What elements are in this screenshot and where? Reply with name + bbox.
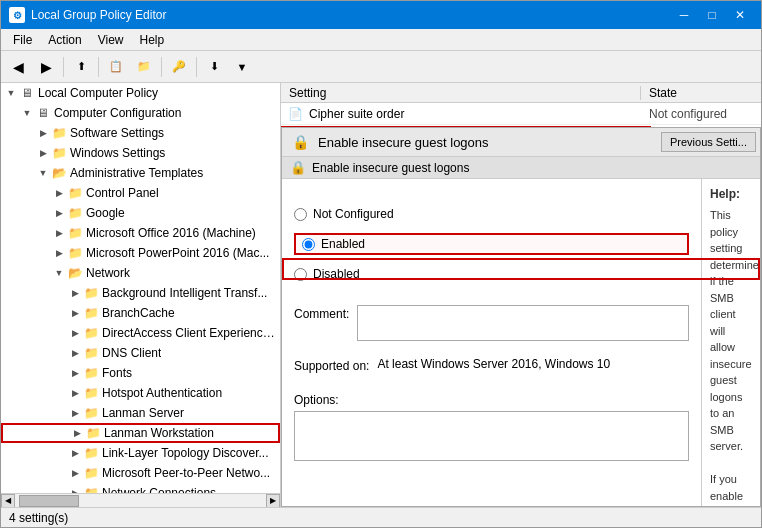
toolbar-forward[interactable]: ▶ xyxy=(33,55,59,79)
toolbar-sep-4 xyxy=(196,57,197,77)
cipher-name: Cipher suite order xyxy=(309,107,641,121)
toolbar-copy[interactable]: 📋 xyxy=(103,55,129,79)
comment-section: Comment: xyxy=(294,305,689,341)
cp-icon: 📁 xyxy=(67,185,83,201)
menu-action[interactable]: Action xyxy=(40,31,89,49)
tree-item-dns[interactable]: ▶ 📁 DNS Client xyxy=(1,343,280,363)
comment-input[interactable] xyxy=(357,305,689,341)
g-expander: ▶ xyxy=(51,205,67,221)
menu-view[interactable]: View xyxy=(90,31,132,49)
tree-item-ms-peer[interactable]: ▶ 📁 Microsoft Peer-to-Peer Netwo... xyxy=(1,463,280,483)
net-icon: 📂 xyxy=(67,265,83,281)
left-panel: ▼ 🖥 Local Computer Policy ▼ 🖥 Computer C… xyxy=(1,83,281,507)
toolbar-filter[interactable]: ▼ xyxy=(229,55,255,79)
toolbar-paste[interactable]: 📁 xyxy=(131,55,157,79)
tree-item-windows-settings[interactable]: ▶ 📁 Windows Settings xyxy=(1,143,280,163)
options-box xyxy=(294,411,689,461)
tree-container[interactable]: ▼ 🖥 Local Computer Policy ▼ 🖥 Computer C… xyxy=(1,83,280,493)
policy-detail-body: Previous Setti... Not Configured Enabled xyxy=(282,179,760,506)
toolbar-key[interactable]: 🔑 xyxy=(166,55,192,79)
tree-item-software-settings[interactable]: ▶ 📁 Software Settings xyxy=(1,123,280,143)
nc-icon: 📁 xyxy=(83,485,99,493)
hscroll-left-btn[interactable]: ◀ xyxy=(1,494,15,508)
header-setting: Setting xyxy=(281,86,641,100)
tree-item-admin-templates[interactable]: ▼ 📂 Administrative Templates xyxy=(1,163,280,183)
toolbar: ◀ ▶ ⬆ 📋 📁 🔑 ⬇ ▼ xyxy=(1,51,761,83)
status-bar: 4 setting(s) xyxy=(1,507,761,527)
right-panel: Setting State 📄 Cipher suite order Not c… xyxy=(281,83,761,507)
settings-row-cipher[interactable]: 📄 Cipher suite order Not configured xyxy=(281,103,761,125)
policy-subtitle-icon: 🔒 xyxy=(290,160,306,175)
tree-item-computer-config[interactable]: ▼ 🖥 Computer Configuration xyxy=(1,103,280,123)
ss-label: Software Settings xyxy=(70,126,164,140)
app-icon: ⚙ xyxy=(9,7,25,23)
supported-value: At least Windows Server 2016, Windows 10 xyxy=(377,357,610,371)
ppt-expander: ▶ xyxy=(51,245,67,261)
tree-item-ms-office[interactable]: ▶ 📁 Microsoft Office 2016 (Machine) xyxy=(1,223,280,243)
tree-root[interactable]: ▼ 🖥 Local Computer Policy xyxy=(1,83,280,103)
nc-expander: ▶ xyxy=(67,485,83,493)
tree-root-label: Local Computer Policy xyxy=(38,86,158,100)
fonts-expander: ▶ xyxy=(67,365,83,381)
cipher-icon: 📄 xyxy=(281,107,309,121)
header-state: State xyxy=(641,86,761,100)
hscroll-thumb[interactable] xyxy=(19,495,79,507)
ll-label: Link-Layer Topology Discover... xyxy=(102,446,269,460)
hscroll-right-btn[interactable]: ▶ xyxy=(266,494,280,508)
tree-item-google[interactable]: ▶ 📁 Google xyxy=(1,203,280,223)
radio-not-configured[interactable]: Not Configured xyxy=(294,203,689,225)
tree-item-link-layer[interactable]: ▶ 📁 Link-Layer Topology Discover... xyxy=(1,443,280,463)
da-icon: 📁 xyxy=(83,325,99,341)
minimize-button[interactable]: ─ xyxy=(671,5,697,25)
tree-item-lanman-workstation[interactable]: ▶ 📁 Lanman Workstation xyxy=(1,423,280,443)
ll-expander: ▶ xyxy=(67,445,83,461)
status-text: 4 setting(s) xyxy=(9,511,68,525)
tree-item-directaccess[interactable]: ▶ 📁 DirectAccess Client Experience... xyxy=(1,323,280,343)
maximize-button[interactable]: □ xyxy=(699,5,725,25)
bc-expander: ▶ xyxy=(67,305,83,321)
tree-item-net-connections[interactable]: ▶ 📁 Network Connections xyxy=(1,483,280,493)
mso-expander: ▶ xyxy=(51,225,67,241)
supported-section: Supported on: At least Windows Server 20… xyxy=(294,357,689,373)
title-bar: ⚙ Local Group Policy Editor ─ □ ✕ xyxy=(1,1,761,29)
close-button[interactable]: ✕ xyxy=(727,5,753,25)
tree-item-control-panel[interactable]: ▶ 📁 Control Panel xyxy=(1,183,280,203)
lw-expander: ▶ xyxy=(69,425,85,441)
tree-item-fonts[interactable]: ▶ 📁 Fonts xyxy=(1,363,280,383)
ws-icon: 📁 xyxy=(51,145,67,161)
toolbar-sep-1 xyxy=(63,57,64,77)
tree-item-lanman-server[interactable]: ▶ 📁 Lanman Server xyxy=(1,403,280,423)
radio-enabled-input[interactable] xyxy=(302,238,315,251)
radio-disabled[interactable]: Disabled xyxy=(294,263,689,285)
tree-hscroll[interactable]: ◀ ▶ xyxy=(1,493,280,507)
radio-enabled[interactable]: Enabled xyxy=(294,233,689,255)
fonts-icon: 📁 xyxy=(83,365,99,381)
da-expander: ▶ xyxy=(67,325,83,341)
radio-not-configured-input[interactable] xyxy=(294,208,307,221)
hs-icon: 📁 xyxy=(83,385,99,401)
policy-options-panel: Previous Setti... Not Configured Enabled xyxy=(282,179,702,506)
radio-group: Not Configured Enabled Disabled xyxy=(294,203,689,285)
menu-help[interactable]: Help xyxy=(132,31,173,49)
mso-icon: 📁 xyxy=(67,225,83,241)
computer-icon: 🖥 xyxy=(19,85,35,101)
toolbar-export[interactable]: ⬇ xyxy=(201,55,227,79)
toolbar-back[interactable]: ◀ xyxy=(5,55,31,79)
da-label: DirectAccess Client Experience... xyxy=(102,326,276,340)
tree-item-branchcache[interactable]: ▶ 📁 BranchCache xyxy=(1,303,280,323)
policy-subtitle-text: Enable insecure guest logons xyxy=(312,161,469,175)
help-text: This policy setting determines if the SM… xyxy=(710,207,752,506)
policy-detail: 🔒 Enable insecure guest logons 🔒 Enable … xyxy=(281,127,761,507)
tree-item-bits[interactable]: ▶ 📁 Background Intelligent Transf... xyxy=(1,283,280,303)
ll-icon: 📁 xyxy=(83,445,99,461)
toolbar-up[interactable]: ⬆ xyxy=(68,55,94,79)
tree-item-ms-ppt[interactable]: ▶ 📁 Microsoft PowerPoint 2016 (Mac... xyxy=(1,243,280,263)
tree-item-network[interactable]: ▼ 📂 Network xyxy=(1,263,280,283)
cp-expander: ▶ xyxy=(51,185,67,201)
menu-file[interactable]: File xyxy=(5,31,40,49)
radio-disabled-input[interactable] xyxy=(294,268,307,281)
g-label: Google xyxy=(86,206,125,220)
cc-label: Computer Configuration xyxy=(54,106,181,120)
bc-label: BranchCache xyxy=(102,306,175,320)
tree-item-hotspot[interactable]: ▶ 📁 Hotspot Authentication xyxy=(1,383,280,403)
